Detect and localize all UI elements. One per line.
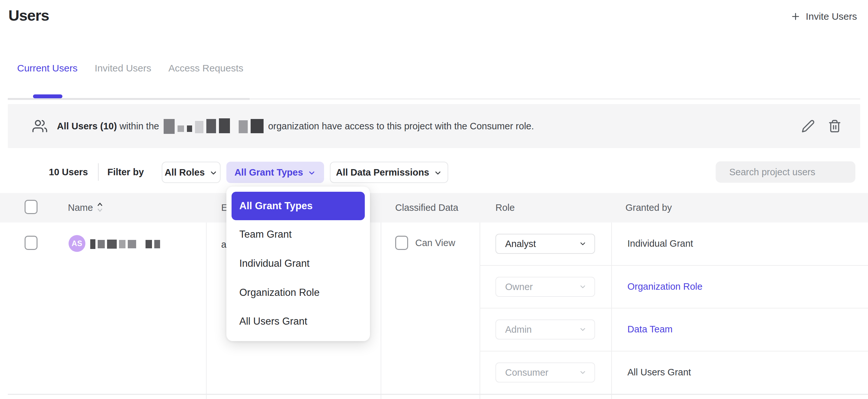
role-select-owner: Owner	[495, 277, 595, 297]
role-select-value: Analyst	[505, 239, 536, 249]
tab-access-requests[interactable]: Access Requests	[168, 63, 244, 74]
column-header-name: Name	[68, 203, 93, 213]
grant-types-filter-label: All Grant Types	[235, 167, 303, 178]
can-view-checkbox[interactable]	[395, 236, 408, 250]
search-box	[716, 161, 856, 183]
page-title: Users	[8, 6, 49, 24]
dropdown-option-team-grant[interactable]: Team Grant	[231, 220, 365, 249]
filter-separator	[98, 163, 99, 181]
grant-row-divider	[479, 265, 868, 266]
column-header-role: Role	[495, 203, 515, 213]
column-header-granted-by: Granted by	[625, 203, 672, 213]
role-select-value: Admin	[505, 324, 532, 335]
column-divider	[479, 222, 480, 399]
granted-by-all-users-grant: All Users Grant	[627, 367, 691, 378]
can-view-label: Can View	[415, 238, 455, 248]
banner-text-post: organization have access to this project…	[268, 121, 534, 132]
banner-message: All Users (10) within theorganization ha…	[57, 118, 534, 134]
row-divider	[8, 394, 868, 395]
row-checkbox[interactable]	[25, 236, 37, 250]
active-tab-indicator	[33, 94, 62, 98]
trash-icon	[828, 119, 841, 133]
tab-invited-users[interactable]: Invited Users	[95, 63, 151, 74]
column-divider	[611, 222, 612, 399]
grant-types-dropdown-menu: All Grant Types Team Grant Individual Gr…	[226, 187, 370, 341]
roles-filter-button[interactable]: All Roles	[162, 162, 221, 183]
data-permissions-filter-label: All Data Permissions	[336, 167, 430, 178]
edit-grant-button[interactable]	[801, 119, 815, 133]
redacted-org-name	[164, 118, 264, 134]
search-input[interactable]	[729, 167, 851, 178]
role-select-value: Owner	[505, 282, 533, 292]
dropdown-option-organization-role[interactable]: Organization Role	[231, 278, 365, 307]
all-users-banner: All Users (10) within theorganization ha…	[8, 104, 860, 148]
role-select-value: Consumer	[505, 367, 549, 378]
grant-row-divider	[479, 308, 868, 308]
granted-by-individual-grant: Individual Grant	[627, 238, 693, 249]
role-select-analyst[interactable]: Analyst	[495, 234, 595, 254]
chevron-down-icon	[579, 283, 587, 291]
chevron-down-icon	[579, 240, 587, 248]
invite-users-button[interactable]: Invite Users	[790, 11, 857, 22]
granted-by-organization-role-link[interactable]: Organization Role	[627, 281, 703, 292]
table-header: Name Email Classified Data Role Granted …	[0, 193, 868, 222]
column-header-classified-data: Classified Data	[395, 203, 458, 213]
chevron-down-icon	[579, 326, 587, 333]
chevron-down-icon	[308, 169, 316, 177]
dropdown-option-individual-grant[interactable]: Individual Grant	[231, 249, 365, 278]
grant-types-filter-button[interactable]: All Grant Types	[226, 162, 324, 183]
filter-by-label: Filter by	[107, 167, 144, 178]
users-page: Users Invite Users Current Users Invited…	[0, 0, 868, 399]
chevron-down-icon	[579, 369, 587, 376]
role-select-admin: Admin	[495, 319, 595, 339]
invite-users-label: Invite Users	[806, 11, 857, 22]
chevron-down-icon	[434, 169, 442, 177]
data-permissions-filter-button[interactable]: All Data Permissions	[330, 162, 448, 183]
email-cell: a	[221, 239, 226, 250]
dropdown-option-all-users-grant[interactable]: All Users Grant	[231, 307, 365, 336]
granted-by-data-team-link[interactable]: Data Team	[627, 324, 673, 335]
banner-text-pre: within the	[117, 121, 159, 132]
chevron-down-icon	[209, 169, 218, 177]
tab-bar: Current Users Invited Users Access Reque…	[17, 63, 244, 74]
user-count: 10 Users	[49, 167, 88, 178]
pencil-icon	[801, 119, 815, 133]
dropdown-option-all-grant-types[interactable]: All Grant Types	[231, 192, 365, 220]
tab-current-users[interactable]: Current Users	[17, 63, 78, 74]
sort-name-icon[interactable]	[97, 201, 103, 215]
select-all-checkbox[interactable]	[25, 200, 37, 214]
grant-row-divider	[479, 351, 868, 351]
classified-data-cell: Can View	[395, 236, 455, 250]
plus-icon	[790, 11, 801, 22]
column-divider	[206, 222, 207, 399]
users-group-icon	[32, 119, 47, 133]
role-select-consumer: Consumer	[495, 363, 595, 382]
avatar: AS	[68, 235, 85, 252]
delete-grant-button[interactable]	[828, 119, 841, 133]
roles-filter-label: All Roles	[165, 167, 205, 178]
column-divider	[381, 222, 381, 399]
banner-bold: All Users (10)	[57, 121, 117, 132]
redacted-user-name	[90, 239, 160, 249]
